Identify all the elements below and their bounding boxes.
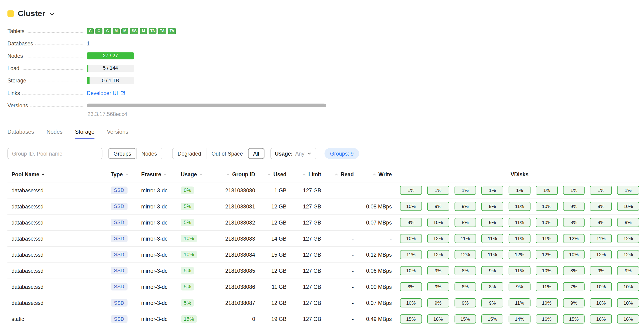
vdisk-badge[interactable]: 8%: [454, 218, 476, 227]
vdisk-badge[interactable]: 1%: [482, 186, 504, 195]
vdisk-badge[interactable]: 11%: [482, 234, 504, 243]
vdisk-badge[interactable]: 12%: [509, 250, 530, 259]
vdisk-badge[interactable]: 8%: [563, 266, 585, 275]
vdisk-badge[interactable]: 15%: [563, 315, 585, 324]
vdisk-badge[interactable]: 9%: [427, 202, 449, 211]
segment-groups[interactable]: Groups: [108, 148, 136, 159]
tablet-badge[interactable]: C: [87, 28, 94, 34]
chevron-down-icon[interactable]: [49, 11, 55, 17]
vdisk-badge[interactable]: 7%: [563, 282, 585, 291]
vdisk-badge[interactable]: 9%: [509, 282, 530, 291]
vdisk-badge[interactable]: 8%: [400, 282, 422, 291]
vdisk-badge[interactable]: 9%: [590, 266, 612, 275]
vdisk-badge[interactable]: 12%: [427, 234, 449, 243]
vdisk-badge[interactable]: 12%: [536, 250, 558, 259]
vdisk-badge[interactable]: 11%: [536, 234, 558, 243]
vdisk-badge[interactable]: 12%: [590, 250, 612, 259]
vdisk-badge[interactable]: 15%: [482, 315, 504, 324]
vdisk-badge[interactable]: 8%: [563, 218, 585, 227]
search-input[interactable]: [8, 148, 102, 159]
vdisk-badge[interactable]: 9%: [563, 202, 585, 211]
tab-nodes[interactable]: Nodes: [46, 129, 62, 139]
vdisk-badge[interactable]: 9%: [427, 282, 449, 291]
vdisk-badge[interactable]: 11%: [509, 298, 530, 308]
vdisk-badge[interactable]: 8%: [454, 266, 476, 275]
tablet-badge[interactable]: C: [104, 28, 111, 34]
vdisk-badge[interactable]: 1%: [563, 186, 585, 195]
vdisk-badge[interactable]: 9%: [482, 218, 504, 227]
tablet-badge[interactable]: TA: [158, 28, 166, 34]
tablet-badge[interactable]: C: [95, 28, 102, 34]
column-header-pool[interactable]: Pool Name: [8, 171, 111, 177]
vdisk-badge[interactable]: 10%: [590, 298, 612, 308]
vdisk-badge[interactable]: 16%: [427, 315, 449, 324]
tablet-badge[interactable]: SS: [130, 28, 138, 34]
vdisk-badge[interactable]: 16%: [590, 315, 612, 324]
vdisk-badge[interactable]: 10%: [536, 218, 558, 227]
vdisk-badge[interactable]: 10%: [400, 234, 422, 243]
developer-ui-link[interactable]: Developer UI: [87, 90, 125, 96]
vdisk-badge[interactable]: 10%: [536, 202, 558, 211]
column-header-used[interactable]: Used: [255, 171, 286, 177]
vdisk-badge[interactable]: 15%: [454, 315, 476, 324]
vdisk-badge[interactable]: 12%: [617, 234, 639, 243]
vdisk-badge[interactable]: 11%: [482, 250, 504, 259]
tab-storage[interactable]: Storage: [75, 129, 94, 139]
vdisk-badge[interactable]: 1%: [617, 186, 639, 195]
column-header-type[interactable]: Type: [111, 171, 141, 177]
vdisk-badge[interactable]: 9%: [427, 298, 449, 308]
vdisk-badge[interactable]: 10%: [617, 282, 639, 291]
tablet-badge[interactable]: TA: [168, 28, 176, 34]
vdisk-badge[interactable]: 9%: [482, 202, 504, 211]
vdisk-badge[interactable]: 10%: [617, 202, 639, 211]
vdisk-badge[interactable]: 8%: [454, 282, 476, 291]
column-header-usage[interactable]: Usage: [181, 171, 210, 177]
segment-degraded[interactable]: Degraded: [173, 148, 206, 159]
vdisk-badge[interactable]: 8%: [482, 282, 504, 291]
vdisk-badge[interactable]: 11%: [536, 282, 558, 291]
vdisk-badge[interactable]: 10%: [400, 298, 422, 308]
vdisk-badge[interactable]: 9%: [617, 266, 639, 275]
vdisk-badge[interactable]: 9%: [590, 202, 612, 211]
vdisk-badge[interactable]: 11%: [400, 250, 422, 259]
vdisk-badge[interactable]: 10%: [563, 250, 585, 259]
vdisk-badge[interactable]: 15%: [400, 315, 422, 324]
vdisk-badge[interactable]: 10%: [617, 298, 639, 308]
vdisk-badge[interactable]: 9%: [454, 202, 476, 211]
segment-out-of-space[interactable]: Out of Space: [206, 148, 248, 159]
tablet-badge[interactable]: M: [113, 28, 120, 34]
vdisk-badge[interactable]: 11%: [509, 202, 530, 211]
vdisk-badge[interactable]: 10%: [400, 202, 422, 211]
vdisk-badge[interactable]: 9%: [482, 298, 504, 308]
vdisk-badge[interactable]: 9%: [427, 266, 449, 275]
vdisk-badge[interactable]: 11%: [454, 234, 476, 243]
column-header-erasure[interactable]: Erasure: [141, 171, 181, 177]
vdisk-badge[interactable]: 11%: [509, 266, 530, 275]
vdisk-badge[interactable]: 12%: [454, 250, 476, 259]
vdisk-badge[interactable]: 9%: [482, 266, 504, 275]
vdisk-badge[interactable]: 16%: [617, 315, 639, 324]
vdisk-badge[interactable]: 1%: [590, 186, 612, 195]
vdisk-badge[interactable]: 1%: [400, 186, 422, 195]
vdisk-badge[interactable]: 12%: [617, 250, 639, 259]
segment-all[interactable]: All: [248, 148, 264, 159]
vdisk-badge[interactable]: 14%: [509, 315, 530, 324]
tablet-badge[interactable]: M: [122, 28, 128, 34]
vdisk-badge[interactable]: 12%: [427, 250, 449, 259]
segment-nodes[interactable]: Nodes: [136, 148, 162, 159]
tablet-badge[interactable]: TA: [149, 28, 156, 34]
vdisk-badge[interactable]: 10%: [536, 298, 558, 308]
vdisk-badge[interactable]: 11%: [509, 234, 530, 243]
vdisk-badge[interactable]: 1%: [427, 186, 449, 195]
vdisk-badge[interactable]: 9%: [563, 298, 585, 308]
vdisk-badge[interactable]: 11%: [590, 234, 612, 243]
vdisk-badge[interactable]: 1%: [536, 186, 558, 195]
vdisk-badge[interactable]: 9%: [617, 218, 639, 227]
vdisk-badge[interactable]: 9%: [454, 298, 476, 308]
tablet-badge[interactable]: M: [140, 28, 147, 34]
tab-versions[interactable]: Versions: [107, 129, 128, 139]
column-header-limit[interactable]: Limit: [286, 171, 321, 177]
vdisk-badge[interactable]: 1%: [454, 186, 476, 195]
column-header-write[interactable]: Write: [354, 171, 392, 177]
vdisk-badge[interactable]: 10%: [536, 266, 558, 275]
